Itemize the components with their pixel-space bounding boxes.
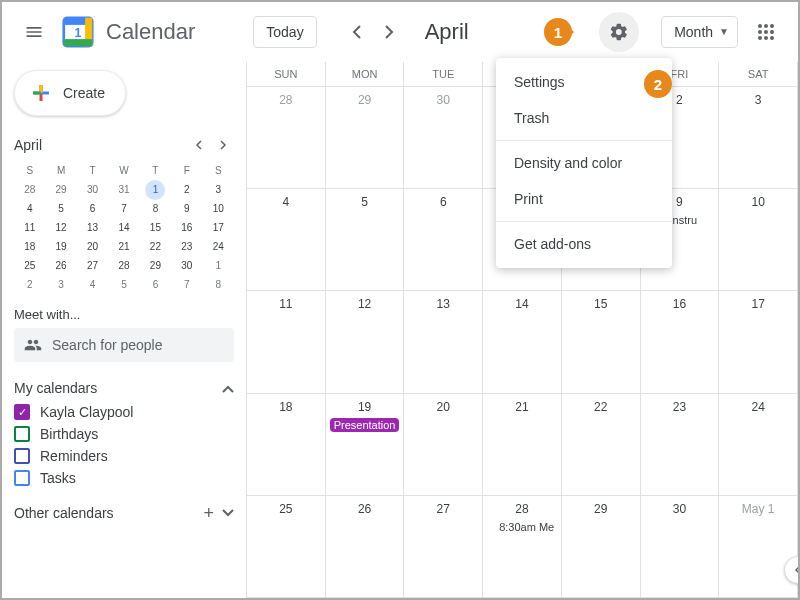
- mini-day-cell[interactable]: 3: [203, 181, 234, 198]
- mini-day-cell[interactable]: 6: [77, 200, 108, 217]
- mini-day-cell[interactable]: 17: [203, 219, 234, 236]
- mini-day-cell[interactable]: 2: [14, 276, 45, 293]
- day-cell[interactable]: 23: [641, 394, 720, 495]
- day-cell[interactable]: 29: [562, 496, 641, 597]
- add-other-calendar-button[interactable]: +: [203, 504, 214, 522]
- mini-day-cell[interactable]: 14: [108, 219, 139, 236]
- day-cell[interactable]: 4: [247, 189, 326, 290]
- event-chip[interactable]: Presentation: [330, 418, 400, 432]
- mini-day-cell[interactable]: 26: [45, 257, 76, 274]
- day-cell[interactable]: 30: [404, 87, 483, 188]
- mini-day-cell[interactable]: 9: [171, 200, 202, 217]
- day-cell[interactable]: 26: [326, 496, 405, 597]
- calendar-list-item[interactable]: Tasks: [14, 470, 234, 486]
- mini-day-cell[interactable]: 4: [77, 276, 108, 293]
- day-cell[interactable]: 27: [404, 496, 483, 597]
- day-cell[interactable]: May 1: [719, 496, 798, 597]
- day-cell[interactable]: 25: [247, 496, 326, 597]
- day-cell[interactable]: 288:30am Me: [483, 496, 562, 597]
- day-number: 23: [645, 400, 715, 414]
- day-cell[interactable]: 6: [404, 189, 483, 290]
- my-calendars-toggle[interactable]: My calendars: [14, 380, 234, 396]
- mini-day-cell[interactable]: 4: [14, 200, 45, 217]
- main-menu-button[interactable]: [14, 12, 54, 52]
- menu-item-density[interactable]: Density and color: [496, 145, 672, 181]
- mini-day-cell[interactable]: 5: [45, 200, 76, 217]
- day-cell[interactable]: 20: [404, 394, 483, 495]
- mini-day-cell[interactable]: 18: [14, 238, 45, 255]
- mini-day-cell[interactable]: 23: [171, 238, 202, 255]
- day-cell[interactable]: 29: [326, 87, 405, 188]
- menu-item-addons[interactable]: Get add-ons: [496, 226, 672, 262]
- day-cell[interactable]: 15: [562, 291, 641, 392]
- day-number: 29: [566, 502, 636, 516]
- day-cell[interactable]: 28: [247, 87, 326, 188]
- mini-day-cell[interactable]: 1: [203, 257, 234, 274]
- mini-day-cell[interactable]: 29: [140, 257, 171, 274]
- other-calendars-toggle[interactable]: Other calendars +: [14, 504, 234, 522]
- mini-day-cell[interactable]: 30: [171, 257, 202, 274]
- event-chip[interactable]: 8:30am Me: [487, 520, 557, 534]
- search-people-input[interactable]: Search for people: [14, 328, 234, 362]
- svg-point-10: [770, 24, 774, 28]
- calendar-list-item[interactable]: Birthdays: [14, 426, 234, 442]
- mini-day-cell[interactable]: 28: [14, 181, 45, 198]
- day-cell[interactable]: 10: [719, 189, 798, 290]
- mini-day-cell[interactable]: 1: [140, 181, 171, 198]
- mini-day-cell[interactable]: 29: [45, 181, 76, 198]
- day-cell[interactable]: 30: [641, 496, 720, 597]
- mini-day-cell[interactable]: 13: [77, 219, 108, 236]
- mini-day-cell[interactable]: 2: [171, 181, 202, 198]
- menu-item-print[interactable]: Print: [496, 181, 672, 217]
- mini-day-cell[interactable]: 16: [171, 219, 202, 236]
- svg-point-9: [764, 24, 768, 28]
- mini-day-cell[interactable]: 28: [108, 257, 139, 274]
- day-cell[interactable]: 18: [247, 394, 326, 495]
- mini-day-cell[interactable]: 3: [45, 276, 76, 293]
- day-cell[interactable]: 22: [562, 394, 641, 495]
- mini-prev-button[interactable]: [188, 134, 210, 156]
- day-cell[interactable]: 12: [326, 291, 405, 392]
- mini-day-cell[interactable]: 19: [45, 238, 76, 255]
- mini-next-button[interactable]: [212, 134, 234, 156]
- mini-day-cell[interactable]: 8: [140, 200, 171, 217]
- mini-day-cell[interactable]: 24: [203, 238, 234, 255]
- mini-day-cell[interactable]: 11: [14, 219, 45, 236]
- day-cell[interactable]: 11: [247, 291, 326, 392]
- day-cell[interactable]: 24: [719, 394, 798, 495]
- create-button[interactable]: Create: [14, 70, 126, 116]
- mini-day-cell[interactable]: 15: [140, 219, 171, 236]
- mini-day-cell[interactable]: 12: [45, 219, 76, 236]
- mini-day-cell[interactable]: 27: [77, 257, 108, 274]
- mini-day-cell[interactable]: 30: [77, 181, 108, 198]
- mini-day-cell[interactable]: 25: [14, 257, 45, 274]
- day-cell[interactable]: 21: [483, 394, 562, 495]
- chevron-down-icon: [222, 504, 234, 522]
- mini-day-cell[interactable]: 10: [203, 200, 234, 217]
- today-button[interactable]: Today: [253, 16, 316, 48]
- calendar-list-item[interactable]: Kayla Claypool: [14, 404, 234, 420]
- view-switcher[interactable]: Month ▼: [661, 16, 738, 48]
- mini-day-cell[interactable]: 7: [171, 276, 202, 293]
- mini-day-cell[interactable]: 5: [108, 276, 139, 293]
- day-cell[interactable]: 14: [483, 291, 562, 392]
- day-cell[interactable]: 17: [719, 291, 798, 392]
- day-cell[interactable]: 16: [641, 291, 720, 392]
- mini-day-cell[interactable]: 6: [140, 276, 171, 293]
- mini-day-cell[interactable]: 20: [77, 238, 108, 255]
- menu-item-trash[interactable]: Trash: [496, 100, 672, 136]
- next-month-button[interactable]: [373, 16, 405, 48]
- mini-day-cell[interactable]: 31: [108, 181, 139, 198]
- calendar-list-item[interactable]: Reminders: [14, 448, 234, 464]
- mini-day-cell[interactable]: 8: [203, 276, 234, 293]
- settings-button[interactable]: [599, 12, 639, 52]
- day-cell[interactable]: 3: [719, 87, 798, 188]
- day-cell[interactable]: 13: [404, 291, 483, 392]
- day-cell[interactable]: 19Presentation: [326, 394, 405, 495]
- day-cell[interactable]: 5: [326, 189, 405, 290]
- prev-month-button[interactable]: [341, 16, 373, 48]
- mini-day-cell[interactable]: 7: [108, 200, 139, 217]
- mini-day-cell[interactable]: 22: [140, 238, 171, 255]
- mini-day-cell[interactable]: 21: [108, 238, 139, 255]
- google-apps-button[interactable]: [746, 12, 786, 52]
